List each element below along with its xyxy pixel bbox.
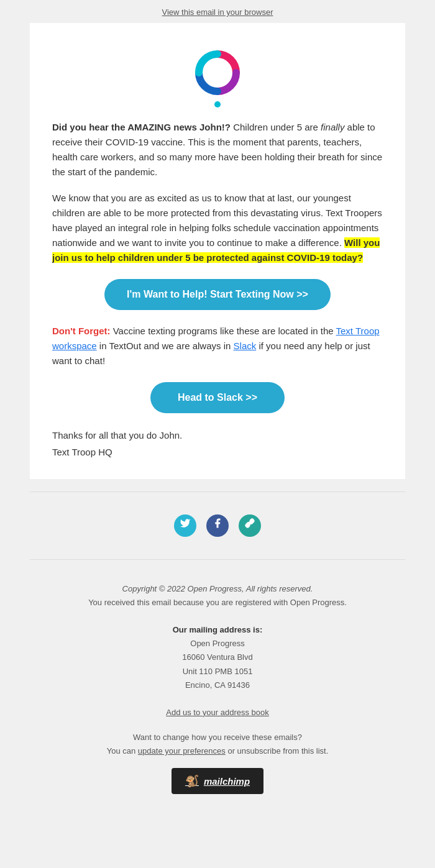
view-in-browser-link[interactable]: View this email in your browser [162, 7, 273, 17]
mailchimp-monkey-icon: 🐒 [185, 775, 199, 787]
paragraph1-normal: Children under 5 are [231, 122, 321, 132]
paragraph-1: Did you hear the AMAZING news John!? Chi… [52, 120, 383, 180]
social-area [0, 505, 435, 547]
email-container: Did you hear the AMAZING news John!? Chi… [30, 23, 405, 479]
preferences-line2: You can update your preferences or unsub… [30, 744, 405, 758]
slack-link[interactable]: Slack [234, 340, 257, 351]
divider-bottom [30, 559, 405, 560]
paragraph2-text: We know that you are as excited as us to… [52, 193, 382, 248]
thanks-line2: Text Troop HQ [52, 444, 383, 460]
paragraph1-bold: Did you hear the AMAZING news John!? [52, 122, 231, 132]
twitter-icon[interactable] [174, 514, 196, 537]
dont-forget-text1: Vaccine texting programs like these are … [111, 326, 336, 336]
link-icon[interactable] [239, 514, 261, 537]
mailing-label: Our mailing address is: [30, 623, 405, 637]
dont-forget-label: Don't Forget: [52, 326, 111, 336]
logo-area [52, 42, 383, 120]
copyright-text: Copyright © 2022 Open Progress, All righ… [30, 582, 405, 596]
update-preferences-link[interactable]: update your preferences [138, 746, 226, 756]
divider-top [30, 491, 405, 492]
preferences-line1: Want to change how you receive these ema… [30, 731, 405, 744]
logo-circle [193, 48, 242, 98]
city-state: Encino, CA 91436 [30, 678, 405, 692]
slack-button-wrapper: Head to Slack >> [52, 382, 383, 413]
top-bar: View this email in your browser [0, 0, 435, 23]
thanks-section: Thanks for all that you do John. Text Tr… [52, 427, 383, 460]
mailchimp-button[interactable]: 🐒mailchimp [172, 768, 263, 794]
registered-text: You received this email because you are … [30, 596, 405, 610]
preferences-pre: You can [107, 746, 138, 756]
mailchimp-label: mailchimp [204, 776, 250, 787]
head-to-slack-button[interactable]: Head to Slack >> [150, 382, 285, 413]
mailchimp-section: 🐒mailchimp [30, 768, 405, 794]
footer-area: Copyright © 2022 Open Progress, All righ… [0, 572, 435, 726]
dont-forget-text2: in TextOut and we are always in [97, 340, 234, 351]
dont-forget-paragraph: Don't Forget: Vaccine texting programs l… [52, 324, 383, 368]
cta-button-wrapper: I'm Want to Help! Start Texting Now >> [52, 279, 383, 310]
preferences-section: Want to change how you receive these ema… [30, 731, 405, 758]
address-line1: 16060 Ventura Blvd [30, 651, 405, 664]
company-name: Open Progress [30, 637, 405, 651]
logo-dot [214, 101, 221, 107]
paragraph1-italic: finally [321, 122, 344, 132]
facebook-icon[interactable] [206, 514, 229, 537]
address-book-link[interactable]: Add us to your address book [166, 708, 269, 717]
address-line2: Unit 110 PMB 1051 [30, 665, 405, 678]
start-texting-button[interactable]: I'm Want to Help! Start Texting Now >> [104, 279, 331, 310]
paragraph-2: We know that you are as excited as us to… [52, 191, 383, 265]
thanks-line1: Thanks for all that you do John. [52, 427, 383, 444]
preferences-post: or unsubscribe from this list. [226, 746, 328, 756]
